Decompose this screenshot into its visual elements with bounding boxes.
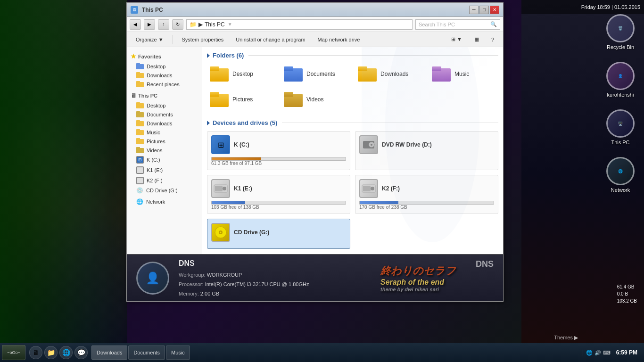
storage-indicators: 61.4 GB 0.0 B 103.2 GB	[617, 284, 637, 305]
taskbar-sys-tray: 🌐 🔊 ⌨ 6:59 PM	[583, 349, 642, 356]
taskbar-icon-4[interactable]: 💬	[74, 346, 88, 359]
help-button[interactable]: ?	[486, 35, 499, 44]
organize-dropdown-icon: ▼	[158, 37, 164, 42]
search-box[interactable]: Search This PC 🔍	[415, 19, 500, 30]
processor-row: Processor: Intel(R) Core(TM) i3-3217U CP…	[179, 280, 309, 289]
info-details: DNS Workgroup: WORKGROUP Processor: Inte…	[179, 257, 309, 298]
drive-e[interactable]: K1 (E:) 103 GB free of 138 GB	[207, 175, 350, 214]
sidebar-item-downloads-fav[interactable]: Downloads	[127, 71, 202, 80]
taskbar-icon-1[interactable]: 🖥	[29, 346, 42, 359]
up-button[interactable]: ↑	[158, 19, 169, 30]
taskbar-downloads-item[interactable]: Downloads	[91, 346, 127, 360]
thispc-desktop-icon[interactable]: 🖥️ This PC	[602, 109, 639, 145]
network-avatar: 🌐	[606, 157, 635, 185]
close-button[interactable]: ✕	[490, 6, 499, 14]
refresh-button[interactable]: ↻	[172, 19, 183, 30]
forward-button[interactable]: ▶	[144, 19, 155, 30]
drive-c-header: ⊞ K (C:)	[211, 135, 346, 154]
toolbar: Organize ▼ System properties Uninstall o…	[127, 32, 503, 47]
address-dropdown[interactable]: ▼	[228, 22, 232, 27]
folder-music[interactable]: Music	[429, 64, 498, 84]
taskbar-icon-2[interactable]: 📁	[44, 346, 58, 359]
sidebar-network-section: 🌐 Network	[127, 197, 202, 206]
sidebar-thispc-documents[interactable]: Documents	[127, 110, 202, 119]
sidebar-thispc-c[interactable]: ⊞ K (C:)	[127, 155, 202, 165]
drive-e-header: K1 (E:)	[211, 179, 346, 198]
anime-art-left	[0, 0, 127, 349]
folder-pictures[interactable]: Pictures	[207, 89, 276, 110]
svg-point-11	[220, 232, 222, 233]
dns-label: DNS	[179, 257, 309, 271]
map-network-button[interactable]: Map network drive	[313, 35, 365, 44]
sidebar-thispc-downloads[interactable]: Downloads	[127, 119, 202, 128]
pictures-folder-icon	[210, 92, 229, 107]
folder-downloads[interactable]: Downloads	[355, 64, 424, 84]
datetime-display: Friday 18:59 | 01.05.2015	[581, 4, 640, 10]
sidebar-thispc-e[interactable]: K1 (E:)	[127, 165, 202, 175]
info-panel: 👤 DNS Workgroup: WORKGROUP Processor: In…	[127, 254, 503, 301]
main-area: ★ Favorites Desktop Downloads Recent pla…	[127, 47, 503, 254]
drive-e-progress-wrap	[211, 201, 346, 205]
start-button[interactable]: ~oOo~	[2, 345, 25, 360]
drive-f-icon-large	[359, 179, 378, 198]
cd-svg	[214, 226, 227, 239]
top-datetime-bar: Friday 18:59 | 01.05.2015	[521, 0, 644, 14]
user-icon[interactable]: 👤 kurohtenshi	[602, 62, 639, 98]
title-bar: 🖥 This PC ─ □ ✕	[127, 3, 503, 17]
drive-g[interactable]: CD Drive (G:)	[207, 219, 350, 249]
system-properties-button[interactable]: System properties	[177, 35, 229, 44]
drive-d[interactable]: DVD RW Drive (D:)	[355, 131, 498, 170]
downloads-folder-label: Downloads	[380, 71, 408, 77]
sidebar-network-item[interactable]: 🌐 Network	[127, 197, 202, 206]
music-icon	[136, 129, 144, 135]
taskbar-documents-item[interactable]: Documents	[128, 346, 165, 360]
drive-c-icon-large: ⊞	[211, 135, 230, 154]
section-line	[248, 55, 498, 56]
back-button[interactable]: ◀	[130, 19, 141, 30]
drives-grid: ⊞ K (C:) 61.3 GB free of 97.1 GB	[207, 131, 498, 249]
folders-grid: Desktop Documents Downloads Music	[207, 64, 498, 110]
sidebar-thispc-f[interactable]: K2 (F:)	[127, 175, 202, 186]
address-separator: ▶	[198, 21, 203, 28]
folder-desktop[interactable]: Desktop	[207, 64, 276, 84]
taskbar-icon-3[interactable]: 🌐	[59, 346, 73, 359]
uninstall-button[interactable]: Uninstall or change a program	[231, 35, 310, 44]
info-title-overlay: 終わりのセラフ Seraph of the end theme by dwi n…	[380, 264, 456, 292]
sidebar-thispc-videos[interactable]: Videos	[127, 146, 202, 155]
drive-f[interactable]: K2 (F:) 170 GB free of 238 GB	[355, 175, 498, 214]
workgroup-row: Workgroup: WORKGROUP	[179, 271, 309, 280]
volume-tray-icon[interactable]: 🔊	[594, 350, 601, 356]
minimize-button[interactable]: ─	[469, 6, 479, 14]
network-label: Network	[611, 187, 630, 193]
taskbar-downloads-label: Downloads	[97, 350, 122, 355]
network-desktop-icon[interactable]: 🌐 Network	[602, 157, 639, 193]
videos-icon	[136, 147, 144, 153]
sidebar-thispc-g[interactable]: 💿 CD Drive (G:)	[127, 186, 202, 195]
sidebar-thispc-music[interactable]: Music	[127, 128, 202, 137]
sidebar-thispc-desktop[interactable]: Desktop	[127, 101, 202, 110]
address-path[interactable]: 📁 ▶ This PC ▼	[186, 19, 413, 30]
drive-d-name: DVD RW Drive (D:)	[382, 141, 432, 148]
taskbar: ~oOo~ 🖥 📁 🌐 💬 Downloads Documents Music …	[0, 343, 644, 362]
section-triangle	[207, 53, 210, 58]
window-controls: ─ □ ✕	[469, 6, 499, 14]
organize-button[interactable]: Organize ▼	[131, 35, 169, 44]
hdd-f-svg	[361, 181, 376, 196]
sidebar-thispc-pictures[interactable]: Pictures	[127, 137, 202, 146]
drive-c[interactable]: ⊞ K (C:) 61.3 GB free of 97.1 GB	[207, 131, 350, 170]
sidebar-item-recent-fav[interactable]: Recent places	[127, 80, 202, 89]
drives-line	[282, 123, 498, 123]
folder-documents[interactable]: Documents	[281, 64, 350, 84]
folder-videos[interactable]: Videos	[281, 89, 350, 110]
toolbar-right: ⊞ ▼ ▦ ?	[446, 34, 499, 44]
videos-folder-icon	[284, 92, 303, 107]
details-pane-button[interactable]: ▦	[469, 34, 484, 44]
maximize-button[interactable]: □	[479, 6, 489, 14]
taskbar-music-item[interactable]: Music	[166, 346, 190, 360]
recycle-bin-icon[interactable]: 🗑️ Recycle Bin	[602, 14, 639, 50]
keyboard-tray-icon[interactable]: ⌨	[603, 350, 611, 356]
network-tray-icon[interactable]: 🌐	[586, 350, 593, 356]
recycle-bin-label: Recycle Bin	[607, 44, 634, 50]
sidebar-item-desktop-fav[interactable]: Desktop	[127, 62, 202, 71]
view-options-button[interactable]: ⊞ ▼	[446, 34, 467, 44]
